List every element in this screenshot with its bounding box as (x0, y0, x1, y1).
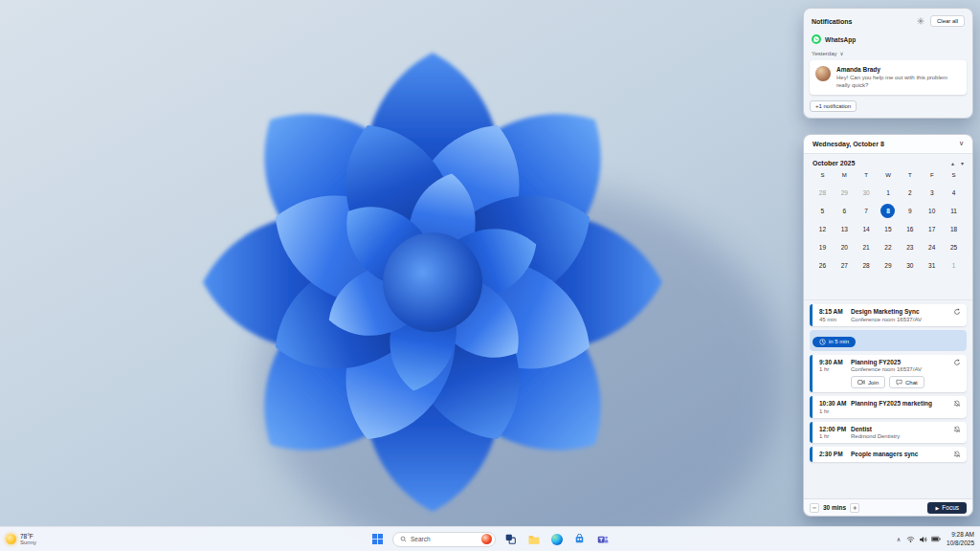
start-button[interactable] (369, 531, 386, 547)
search-box[interactable]: Search (392, 532, 496, 547)
weather-condition: Sunny (20, 540, 36, 545)
notification-app-group[interactable]: WhatsApp (804, 32, 972, 49)
calendar-day-selected[interactable]: 8 (880, 204, 895, 218)
calendar-day[interactable]: 14 (859, 222, 874, 236)
notifications-title: Notifications (812, 18, 917, 25)
event-time: 12:00 PM (819, 426, 851, 432)
task-view-button[interactable] (502, 531, 519, 547)
calendar-day[interactable]: 25 (947, 240, 961, 254)
reminder-pill[interactable]: in 5 min (813, 337, 856, 347)
calendar-day[interactable]: 13 (837, 222, 852, 236)
event-duration: 1 hr (819, 366, 851, 372)
hidden-icons-chevron[interactable]: ∧ (897, 536, 901, 542)
notification-group-header[interactable]: Yesterday ∨ (804, 49, 972, 60)
bell-off-icon (953, 426, 961, 433)
event-card[interactable]: 10:30 AM 1 hr Planning FY2025 marketing (810, 396, 967, 418)
calendar-day[interactable]: 7 (859, 204, 874, 218)
day-of-week: T (864, 172, 868, 182)
notification-card[interactable]: Amanda Brady Hey! Can you help me out wi… (810, 60, 967, 95)
event-card[interactable]: 9:30 AM 1 hr Planning FY2025 Conference … (810, 355, 967, 393)
calendar-day[interactable]: 15 (880, 222, 895, 236)
calendar-day[interactable]: 28 (815, 186, 830, 200)
wifi-icon (906, 536, 915, 543)
next-month-icon[interactable]: ▾ (961, 161, 964, 166)
weather-widget[interactable]: 78°F Sunny (6, 533, 36, 545)
calendar-day[interactable]: 27 (837, 258, 852, 273)
event-duration: 45 min (819, 317, 851, 322)
calendar-day[interactable]: 3 (924, 186, 939, 200)
calendar-day[interactable]: 30 (902, 258, 917, 273)
calendar-day[interactable]: 6 (837, 204, 852, 218)
search-highlights-icon (481, 534, 492, 544)
notification-settings-icon[interactable] (917, 17, 924, 25)
focus-button[interactable]: ▶ Focus (927, 502, 967, 514)
sun-icon (6, 534, 16, 544)
calendar-day[interactable]: 16 (902, 222, 917, 236)
calendar-day[interactable]: 22 (880, 240, 895, 254)
collapse-calendar-icon[interactable]: ∨ (959, 141, 964, 147)
calendar-day[interactable]: 4 (947, 186, 961, 200)
edge-icon (551, 534, 563, 545)
calendar-day[interactable]: 29 (837, 186, 852, 200)
calendar-day[interactable]: 30 (859, 186, 874, 200)
event-card[interactable]: 2:30 PM People managers sync (810, 447, 967, 462)
event-location: Conference room 16537/AV (851, 317, 950, 322)
bell-off-icon (953, 400, 961, 408)
whatsapp-icon (812, 34, 821, 44)
calendar-day[interactable]: 19 (815, 240, 830, 254)
event-card[interactable]: 12:00 PM 1 hr Dentist Redmond Dentistry (810, 422, 967, 444)
file-explorer-button[interactable] (525, 531, 542, 547)
calendar-day[interactable]: 10 (924, 204, 939, 218)
agenda-list: 8:15 AM 45 min Design Marketing Sync Con… (804, 299, 972, 498)
edge-button[interactable] (548, 531, 565, 547)
calendar-day[interactable]: 24 (924, 240, 939, 254)
calendar-month-label: October 2025 (813, 160, 945, 166)
calendar-day[interactable]: 11 (947, 204, 961, 218)
calendar-day[interactable]: 29 (880, 258, 895, 273)
calendar-day[interactable]: 31 (924, 258, 939, 273)
calendar-day[interactable]: 2 (902, 186, 917, 200)
event-time: 9:30 AM (819, 359, 851, 365)
calendar-day[interactable]: 12 (815, 222, 830, 236)
teams-button[interactable] (594, 531, 611, 547)
quick-settings-button[interactable] (906, 536, 941, 543)
store-button[interactable] (571, 531, 588, 547)
calendar-day[interactable]: 1 (947, 258, 961, 273)
calendar-day[interactable]: 23 (902, 240, 917, 254)
notification-center: Notifications Clear all WhatsApp Yesterd… (803, 8, 973, 119)
windows-logo-icon (372, 534, 383, 544)
increase-duration-button[interactable]: + (850, 503, 859, 513)
calendar-date-header[interactable]: Wednesday, October 8 ∨ (804, 135, 972, 154)
store-icon (574, 534, 585, 544)
event-card[interactable]: 8:15 AM 45 min Design Marketing Sync Con… (810, 304, 967, 326)
day-of-week: W (885, 172, 891, 182)
chat-button[interactable]: Chat (889, 376, 924, 388)
bell-off-icon (953, 451, 961, 458)
calendar-month-row: October 2025 ▴ ▾ (804, 154, 972, 168)
task-view-icon (505, 534, 516, 544)
calendar-day[interactable]: 1 (880, 186, 895, 200)
decrease-duration-button[interactable]: − (810, 503, 819, 513)
calendar-grid: S M T W T F S 28 29 30 1 2 3 4 5 6 7 8 9… (804, 168, 972, 278)
taskbar-center: Search (369, 531, 611, 547)
previous-month-icon[interactable]: ▴ (951, 161, 954, 166)
play-icon: ▶ (935, 505, 939, 511)
calendar-day[interactable]: 26 (815, 258, 830, 273)
calendar-day[interactable]: 28 (859, 258, 874, 273)
calendar-day[interactable]: 5 (815, 204, 830, 218)
calendar-day[interactable]: 18 (947, 222, 961, 236)
join-button[interactable]: Join (851, 376, 885, 388)
day-of-week: S (820, 172, 824, 182)
calendar-day[interactable]: 17 (924, 222, 939, 236)
notification-group-label: Yesterday (812, 51, 836, 56)
more-notifications-button[interactable]: +1 notification (810, 100, 857, 112)
clear-all-button[interactable]: Clear all (930, 15, 965, 27)
day-of-week: S (952, 172, 956, 182)
calendar-day[interactable]: 20 (837, 240, 852, 254)
search-label: Search (411, 536, 478, 542)
calendar-day[interactable]: 21 (859, 240, 874, 254)
volume-icon (919, 536, 927, 543)
clock[interactable]: 9:28 AM 10/8/2025 (947, 531, 974, 547)
event-duration: 1 hr (819, 433, 851, 439)
calendar-day[interactable]: 9 (902, 204, 917, 218)
